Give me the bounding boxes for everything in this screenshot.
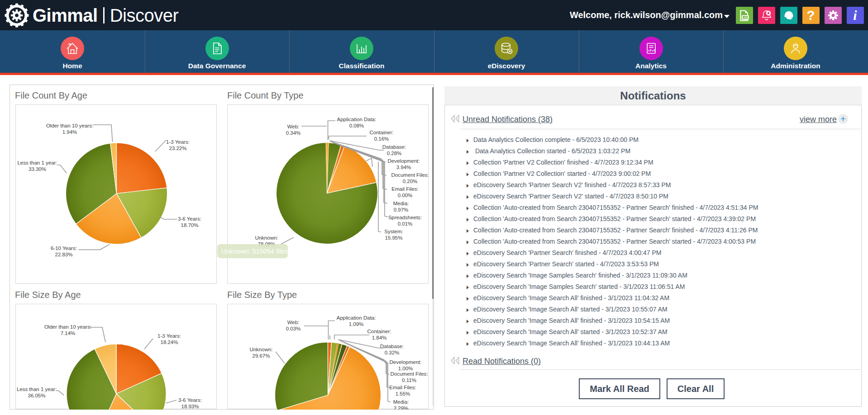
svg-text:Older than 10 years:7.14%: Older than 10 years:7.14% xyxy=(44,324,91,336)
svg-text:Application Data:0.08%: Application Data:0.08% xyxy=(337,117,377,128)
svg-text:Database:0.28%: Database:0.28% xyxy=(382,144,406,156)
svg-text:Less than 1 year:36.05%: Less than 1 year:36.05% xyxy=(17,387,57,398)
svg-text:Unknown: 515054 files: Unknown: 515054 files xyxy=(221,248,288,255)
svg-text:Spreadsheets:0.01%: Spreadsheets:0.01% xyxy=(388,215,422,226)
svg-text:Application Data:1.09%: Application Data:1.09% xyxy=(337,315,376,327)
svg-text:1-3 Years:18.24%: 1-3 Years:18.24% xyxy=(157,333,181,345)
svg-text:Container:1.84%: Container:1.84% xyxy=(367,329,391,340)
svg-text:Document Files:0.11%: Document Files:0.11% xyxy=(390,371,428,383)
svg-text:Container:0.16%: Container:0.16% xyxy=(369,130,393,141)
svg-text:Development:1.00%: Development:1.00% xyxy=(390,359,422,371)
svg-text:Media:2.29%: Media:2.29% xyxy=(393,399,409,410)
svg-text:Web:0.34%: Web:0.34% xyxy=(286,124,301,136)
svg-text:3-6 Years:18.93%: 3-6 Years:18.93% xyxy=(178,397,202,409)
svg-text:3-6 Years:18.70%: 3-6 Years:18.70% xyxy=(178,216,201,228)
svg-text:Document Files:0.20%: Document Files:0.20% xyxy=(391,172,429,184)
svg-text:Unknown:29.67%: Unknown:29.67% xyxy=(249,347,272,358)
svg-text:Database:0.32%: Database:0.32% xyxy=(380,344,404,355)
svg-text:System:15.95%: System:15.95% xyxy=(384,229,403,241)
svg-text:Less than 1 year:33.30%: Less than 1 year:33.30% xyxy=(17,160,57,172)
svg-text:Older than 10 years:1.94%: Older than 10 years:1.94% xyxy=(46,123,93,135)
svg-text:Media:0.97%: Media:0.97% xyxy=(393,201,409,212)
svg-text:1-3 Years:23.22%: 1-3 Years:23.22% xyxy=(166,139,190,151)
svg-text:Development:3.94%: Development:3.94% xyxy=(388,158,420,170)
svg-text:Email Files:0.00%: Email Files:0.00% xyxy=(391,186,418,198)
svg-text:Email Files:1.55%: Email Files:1.55% xyxy=(389,385,416,396)
svg-text:LOG: LOG xyxy=(742,16,749,19)
svg-text:6-10 Years:22.83%: 6-10 Years:22.83% xyxy=(51,245,77,257)
svg-text:Web:0.03%: Web:0.03% xyxy=(286,320,301,331)
